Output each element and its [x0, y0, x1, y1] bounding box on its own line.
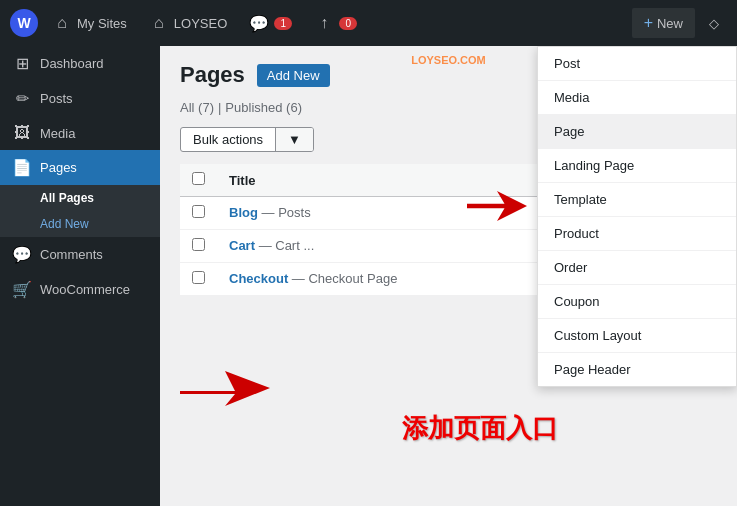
sidebar-label-media: Media	[40, 126, 75, 141]
sidebar-label-comments: Comments	[40, 247, 103, 262]
comments-icon: 💬	[12, 245, 32, 264]
row-desc: — Cart ...	[259, 238, 315, 253]
page-title: Pages	[180, 62, 245, 88]
notif-badge: 1	[274, 17, 292, 30]
mysites-menu[interactable]: ⌂ My Sites	[44, 0, 135, 46]
filter-separator: |	[218, 100, 221, 115]
add-new-button[interactable]: Add New	[257, 64, 330, 87]
sidebar-item-comments[interactable]: 💬 Comments	[0, 237, 160, 272]
sidebar-item-all-pages[interactable]: All Pages	[0, 185, 160, 211]
sidebar-item-media[interactable]: 🖼 Media	[0, 116, 160, 150]
plus-icon: +	[644, 14, 653, 32]
diamond-icon-item[interactable]: ◇	[701, 0, 727, 46]
home2-icon: ⌂	[149, 13, 169, 33]
home-icon: ⌂	[52, 13, 72, 33]
notif-menu[interactable]: 💬 1	[241, 0, 300, 46]
dashboard-icon: ⊞	[12, 54, 32, 73]
all-pages-label: All Pages	[40, 191, 94, 205]
dropdown-item-custom-layout[interactable]: Custom Layout	[538, 319, 736, 353]
sidebar-label-woocommerce: WooCommerce	[40, 282, 130, 297]
bulk-actions-label: Bulk actions	[181, 128, 275, 151]
dropdown-item-coupon[interactable]: Coupon	[538, 285, 736, 319]
check-all-col	[180, 164, 217, 197]
woocommerce-icon: 🛒	[12, 280, 32, 299]
posts-icon: ✏	[12, 89, 32, 108]
diamond-icon: ◇	[709, 16, 719, 31]
filter-published-link[interactable]: Published (6)	[225, 100, 302, 115]
sidebar-label-pages: Pages	[40, 160, 77, 175]
updates-icon: ↑	[314, 13, 334, 33]
pages-submenu: All Pages Add New	[0, 185, 160, 237]
row-desc: — Posts	[262, 205, 311, 220]
sidebar-item-add-new[interactable]: Add New	[0, 211, 160, 237]
site-name-menu[interactable]: ⌂ LOYSEO	[141, 0, 235, 46]
media-icon: 🖼	[12, 124, 32, 142]
filter-all-link[interactable]: All (7)	[180, 100, 214, 115]
red-arrow-add-new	[180, 361, 270, 416]
sidebar-item-woocommerce[interactable]: 🛒 WooCommerce	[0, 272, 160, 307]
svg-marker-1	[180, 371, 270, 406]
updates-badge: 0	[339, 17, 357, 30]
wp-logo-icon[interactable]: W	[10, 9, 38, 37]
site-label: LOYSEO	[174, 16, 227, 31]
dropdown-item-page-header[interactable]: Page Header	[538, 353, 736, 386]
dropdown-item-media[interactable]: Media	[538, 81, 736, 115]
dropdown-item-landing-page[interactable]: Landing Page	[538, 149, 736, 183]
row-checkbox[interactable]	[192, 271, 205, 284]
new-button[interactable]: + New	[632, 8, 695, 38]
sidebar-item-posts[interactable]: ✏ Posts	[0, 81, 160, 116]
updates-menu[interactable]: ↑ 0	[306, 0, 365, 46]
row-title[interactable]: Checkout	[229, 271, 288, 286]
dropdown-item-order[interactable]: Order	[538, 251, 736, 285]
row-checkbox[interactable]	[192, 205, 205, 218]
new-dropdown-menu: Post Media Page Landing Page Template Pr…	[537, 46, 737, 387]
mysites-label: My Sites	[77, 16, 127, 31]
row-title[interactable]: Cart	[229, 238, 255, 253]
dropdown-item-page[interactable]: Page	[538, 115, 736, 149]
sidebar-item-pages[interactable]: 📄 Pages	[0, 150, 160, 185]
sidebar-label-dashboard: Dashboard	[40, 56, 104, 71]
pages-icon: 📄	[12, 158, 32, 177]
row-checkbox[interactable]	[192, 238, 205, 251]
new-label: New	[657, 16, 683, 31]
chinese-annotation: 添加页面入口	[402, 411, 558, 446]
dropdown-item-product[interactable]: Product	[538, 217, 736, 251]
check-all-checkbox[interactable]	[192, 172, 205, 185]
row-title[interactable]: Blog	[229, 205, 258, 220]
main-content: Pages Add New All (7) | Published (6) Bu…	[160, 46, 737, 506]
chevron-down-icon[interactable]: ▼	[275, 128, 313, 151]
add-new-label: Add New	[40, 217, 89, 231]
admin-menu: ⊞ Dashboard ✏ Posts 🖼 Media 📄 Pages All …	[0, 46, 160, 506]
dropdown-item-template[interactable]: Template	[538, 183, 736, 217]
dropdown-item-post[interactable]: Post	[538, 47, 736, 81]
sidebar-item-dashboard[interactable]: ⊞ Dashboard	[0, 46, 160, 81]
wp-layout: ⊞ Dashboard ✏ Posts 🖼 Media 📄 Pages All …	[0, 46, 737, 506]
row-desc: — Checkout Page	[292, 271, 398, 286]
admin-bar: W ⌂ My Sites ⌂ LOYSEO 💬 1 ↑ 0 + New ◇	[0, 0, 737, 46]
bulk-actions-select[interactable]: Bulk actions ▼	[180, 127, 314, 152]
comment-icon: 💬	[249, 13, 269, 33]
sidebar-label-posts: Posts	[40, 91, 73, 106]
